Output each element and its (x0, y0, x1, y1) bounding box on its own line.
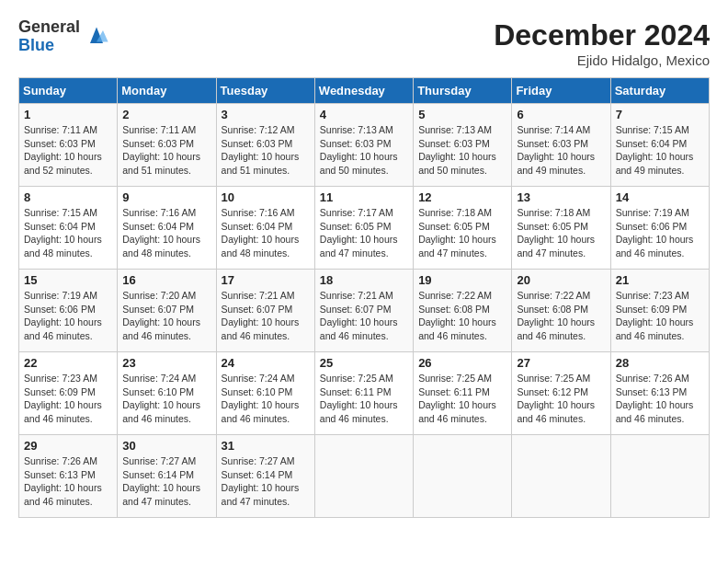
calendar-day-cell: 18 Sunrise: 7:21 AMSunset: 6:07 PMDaylig… (314, 270, 413, 352)
day-number: 3 (222, 108, 310, 121)
day-info: Sunrise: 7:26 AMSunset: 6:13 PMDaylight:… (24, 455, 102, 507)
calendar-day-cell: 31 Sunrise: 7:27 AMSunset: 6:14 PMDaylig… (216, 435, 314, 518)
day-info: Sunrise: 7:21 AMSunset: 6:07 PMDaylight:… (320, 290, 398, 341)
day-info: Sunrise: 7:18 AMSunset: 6:05 PMDaylight:… (517, 207, 595, 259)
calendar-day-cell: 12 Sunrise: 7:18 AMSunset: 6:05 PMDaylig… (414, 187, 512, 270)
day-info: Sunrise: 7:21 AMSunset: 6:07 PMDaylight:… (222, 290, 300, 341)
day-info: Sunrise: 7:14 AMSunset: 6:03 PMDaylight:… (517, 124, 595, 176)
page-header: General Blue December 2024 Ejido Hidalgo… (18, 18, 710, 68)
day-number: 27 (517, 356, 605, 370)
day-info: Sunrise: 7:12 AMSunset: 6:03 PMDaylight:… (222, 124, 300, 176)
logo-blue: Blue (18, 37, 80, 55)
day-info: Sunrise: 7:22 AMSunset: 6:08 PMDaylight:… (418, 290, 496, 341)
day-info: Sunrise: 7:16 AMSunset: 6:04 PMDaylight:… (122, 207, 200, 259)
calendar-day-cell: 20 Sunrise: 7:22 AMSunset: 6:08 PMDaylig… (512, 270, 610, 352)
day-info: Sunrise: 7:23 AMSunset: 6:09 PMDaylight:… (24, 373, 102, 424)
calendar-header-row: SundayMondayTuesdayWednesdayThursdayFrid… (19, 78, 710, 104)
title-block: December 2024 Ejido Hidalgo, Mexico (494, 18, 710, 68)
day-info: Sunrise: 7:27 AMSunset: 6:14 PMDaylight:… (122, 455, 200, 507)
day-info: Sunrise: 7:20 AMSunset: 6:07 PMDaylight:… (122, 290, 200, 341)
day-number: 18 (320, 273, 408, 287)
day-number: 26 (418, 356, 506, 370)
day-number: 15 (24, 273, 112, 287)
calendar-day-cell: 17 Sunrise: 7:21 AMSunset: 6:07 PMDaylig… (216, 270, 314, 352)
weekday-header: Sunday (19, 78, 118, 104)
weekday-header: Wednesday (314, 78, 413, 104)
calendar-table: SundayMondayTuesdayWednesdayThursdayFrid… (18, 77, 710, 518)
calendar-day-cell: 10 Sunrise: 7:16 AMSunset: 6:04 PMDaylig… (216, 187, 314, 270)
day-number: 7 (616, 108, 704, 121)
day-number: 22 (24, 356, 112, 370)
day-number: 28 (616, 356, 704, 370)
day-number: 19 (418, 273, 506, 287)
calendar-day-cell: 6 Sunrise: 7:14 AMSunset: 6:03 PMDayligh… (512, 104, 610, 187)
day-info: Sunrise: 7:24 AMSunset: 6:10 PMDaylight:… (122, 373, 200, 424)
day-info: Sunrise: 7:25 AMSunset: 6:11 PMDaylight:… (320, 373, 398, 424)
logo: General Blue (18, 18, 109, 55)
day-number: 6 (517, 108, 605, 121)
day-info: Sunrise: 7:11 AMSunset: 6:03 PMDaylight:… (24, 124, 102, 176)
calendar-day-cell: 8 Sunrise: 7:15 AMSunset: 6:04 PMDayligh… (19, 187, 118, 270)
calendar-week-row: 22 Sunrise: 7:23 AMSunset: 6:09 PMDaylig… (19, 352, 710, 435)
day-number: 24 (222, 356, 310, 370)
day-number: 12 (418, 190, 506, 204)
day-number: 1 (24, 108, 112, 121)
weekday-header: Saturday (610, 78, 709, 104)
calendar-day-cell: 13 Sunrise: 7:18 AMSunset: 6:05 PMDaylig… (512, 187, 610, 270)
calendar-day-cell: 5 Sunrise: 7:13 AMSunset: 6:03 PMDayligh… (414, 104, 512, 187)
calendar-day-cell (512, 435, 610, 518)
weekday-header: Friday (512, 78, 610, 104)
calendar-week-row: 15 Sunrise: 7:19 AMSunset: 6:06 PMDaylig… (19, 270, 710, 352)
day-number: 4 (320, 108, 408, 121)
day-info: Sunrise: 7:26 AMSunset: 6:13 PMDaylight:… (616, 373, 694, 424)
day-info: Sunrise: 7:25 AMSunset: 6:12 PMDaylight:… (517, 373, 595, 424)
day-number: 11 (320, 190, 408, 204)
calendar-day-cell: 22 Sunrise: 7:23 AMSunset: 6:09 PMDaylig… (19, 352, 118, 435)
day-info: Sunrise: 7:15 AMSunset: 6:04 PMDaylight:… (24, 207, 102, 259)
weekday-header: Monday (118, 78, 216, 104)
day-info: Sunrise: 7:25 AMSunset: 6:11 PMDaylight:… (418, 373, 496, 424)
day-info: Sunrise: 7:11 AMSunset: 6:03 PMDaylight:… (122, 124, 200, 176)
day-info: Sunrise: 7:19 AMSunset: 6:06 PMDaylight:… (24, 290, 102, 341)
calendar-day-cell: 28 Sunrise: 7:26 AMSunset: 6:13 PMDaylig… (610, 352, 709, 435)
calendar-day-cell: 19 Sunrise: 7:22 AMSunset: 6:08 PMDaylig… (414, 270, 512, 352)
day-number: 13 (517, 190, 605, 204)
calendar-day-cell: 3 Sunrise: 7:12 AMSunset: 6:03 PMDayligh… (216, 104, 314, 187)
day-info: Sunrise: 7:13 AMSunset: 6:03 PMDaylight:… (418, 124, 496, 176)
day-info: Sunrise: 7:17 AMSunset: 6:05 PMDaylight:… (320, 207, 398, 259)
weekday-header: Thursday (414, 78, 512, 104)
calendar-day-cell (314, 435, 413, 518)
location-title: Ejido Hidalgo, Mexico (494, 52, 710, 68)
calendar-day-cell: 1 Sunrise: 7:11 AMSunset: 6:03 PMDayligh… (19, 104, 118, 187)
calendar-week-row: 29 Sunrise: 7:26 AMSunset: 6:13 PMDaylig… (19, 435, 710, 518)
calendar-day-cell: 15 Sunrise: 7:19 AMSunset: 6:06 PMDaylig… (19, 270, 118, 352)
calendar-day-cell: 24 Sunrise: 7:24 AMSunset: 6:10 PMDaylig… (216, 352, 314, 435)
day-number: 23 (122, 356, 210, 370)
calendar-day-cell: 29 Sunrise: 7:26 AMSunset: 6:13 PMDaylig… (19, 435, 118, 518)
day-number: 2 (122, 108, 210, 121)
day-info: Sunrise: 7:23 AMSunset: 6:09 PMDaylight:… (616, 290, 694, 341)
calendar-day-cell: 7 Sunrise: 7:15 AMSunset: 6:04 PMDayligh… (610, 104, 709, 187)
calendar-day-cell: 4 Sunrise: 7:13 AMSunset: 6:03 PMDayligh… (314, 104, 413, 187)
month-title: December 2024 (494, 18, 710, 52)
day-info: Sunrise: 7:27 AMSunset: 6:14 PMDaylight:… (222, 455, 300, 507)
day-info: Sunrise: 7:24 AMSunset: 6:10 PMDaylight:… (222, 373, 300, 424)
calendar-week-row: 8 Sunrise: 7:15 AMSunset: 6:04 PMDayligh… (19, 187, 710, 270)
logo-general: General (18, 18, 80, 37)
calendar-day-cell: 23 Sunrise: 7:24 AMSunset: 6:10 PMDaylig… (118, 352, 216, 435)
day-number: 31 (222, 439, 310, 453)
day-number: 8 (24, 190, 112, 204)
day-number: 9 (122, 190, 210, 204)
day-info: Sunrise: 7:15 AMSunset: 6:04 PMDaylight:… (616, 124, 694, 176)
calendar-day-cell: 26 Sunrise: 7:25 AMSunset: 6:11 PMDaylig… (414, 352, 512, 435)
calendar-day-cell: 21 Sunrise: 7:23 AMSunset: 6:09 PMDaylig… (610, 270, 709, 352)
calendar-day-cell: 16 Sunrise: 7:20 AMSunset: 6:07 PMDaylig… (118, 270, 216, 352)
day-info: Sunrise: 7:18 AMSunset: 6:05 PMDaylight:… (418, 207, 496, 259)
day-info: Sunrise: 7:16 AMSunset: 6:04 PMDaylight:… (222, 207, 300, 259)
day-number: 21 (616, 273, 704, 287)
day-number: 5 (418, 108, 506, 121)
day-number: 17 (222, 273, 310, 287)
calendar-day-cell: 25 Sunrise: 7:25 AMSunset: 6:11 PMDaylig… (314, 352, 413, 435)
calendar-day-cell (610, 435, 709, 518)
day-number: 16 (122, 273, 210, 287)
